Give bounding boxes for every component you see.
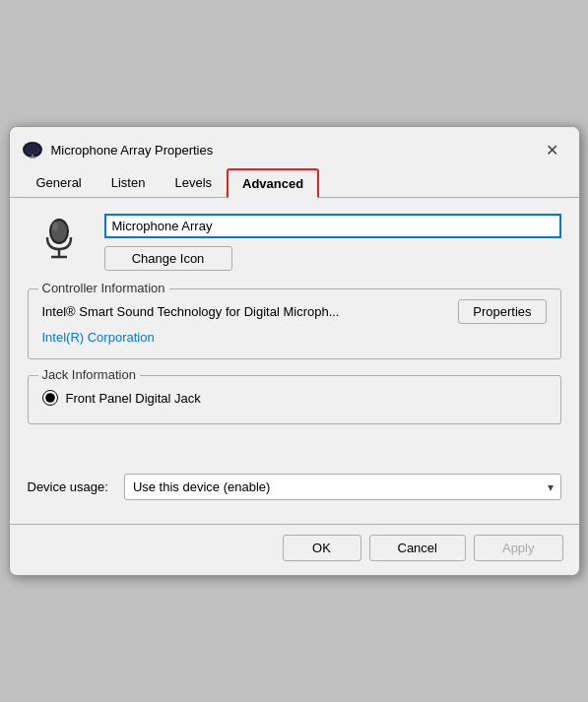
front-panel-label: Front Panel Digital Jack xyxy=(66,391,201,406)
properties-button[interactable]: Properties xyxy=(458,299,546,324)
controller-section-label: Controller Information xyxy=(38,281,169,295)
device-name-input[interactable] xyxy=(104,214,561,238)
cancel-button[interactable]: Cancel xyxy=(369,535,466,561)
title-bar-left: Microphone Array Properties xyxy=(22,141,214,159)
close-button[interactable]: ✕ xyxy=(540,137,565,162)
svg-point-8 xyxy=(52,222,58,231)
dialog-footer: OK Cancel Apply xyxy=(10,524,579,575)
tab-general[interactable]: General xyxy=(22,168,97,198)
tab-content: Change Icon Controller Information Intel… xyxy=(10,198,579,524)
tab-levels[interactable]: Levels xyxy=(160,168,227,198)
device-header: Change Icon xyxy=(28,214,561,271)
jack-section-label: Jack Information xyxy=(38,367,140,382)
title-bar: Microphone Array Properties ✕ xyxy=(10,127,579,168)
device-usage-label: Device usage: xyxy=(28,479,108,494)
front-panel-radio[interactable] xyxy=(42,390,58,406)
title-icon xyxy=(22,141,43,159)
device-usage-select-wrapper: Use this device (enable) ▾ xyxy=(124,474,561,500)
device-usage-select[interactable]: Use this device (enable) xyxy=(124,474,561,500)
device-icon-area xyxy=(28,214,91,263)
jack-info-group: Jack Information Front Panel Digital Jac… xyxy=(28,375,561,424)
dialog-window: Microphone Array Properties ✕ General Li… xyxy=(9,126,580,576)
apply-button[interactable]: Apply xyxy=(474,535,563,561)
controller-corporation: Intel(R) Corporation xyxy=(42,330,547,345)
jack-radio-row: Front Panel Digital Jack xyxy=(42,386,547,410)
spacer xyxy=(28,440,561,470)
tabs-bar: General Listen Levels Advanced xyxy=(10,168,579,198)
controller-info-group: Controller Information Intel® Smart Soun… xyxy=(28,288,561,359)
ok-button[interactable]: OK xyxy=(283,535,361,561)
tab-listen[interactable]: Listen xyxy=(97,168,161,198)
controller-name: Intel® Smart Sound Technology for Digita… xyxy=(42,304,449,319)
tab-advanced[interactable]: Advanced xyxy=(227,168,319,198)
device-controls: Change Icon xyxy=(104,214,561,271)
controller-row: Intel® Smart Sound Technology for Digita… xyxy=(42,299,547,324)
dialog-title: Microphone Array Properties xyxy=(51,143,214,158)
microphone-icon xyxy=(28,214,91,263)
device-usage-row: Device usage: Use this device (enable) ▾ xyxy=(28,474,561,500)
change-icon-button[interactable]: Change Icon xyxy=(104,246,232,271)
